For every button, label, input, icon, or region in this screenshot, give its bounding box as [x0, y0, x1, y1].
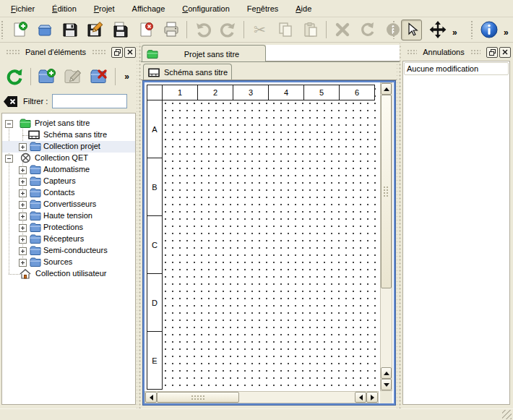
column-header-row: 1 2 3 4 5 6	[147, 85, 375, 100]
expander-minus-icon[interactable]	[5, 120, 13, 128]
new-category-button[interactable]	[36, 66, 58, 87]
menu-edition[interactable]: Édition	[48, 2, 80, 15]
left-splitter-handle[interactable]	[137, 43, 141, 408]
toolbar-separator	[326, 21, 327, 38]
expander-plus-icon[interactable]	[19, 143, 27, 151]
resize-grip[interactable]	[502, 410, 512, 419]
folder-plus-icon	[38, 67, 56, 86]
row-header-column: A B C D E	[147, 100, 163, 390]
reload-collections-button[interactable]	[4, 66, 25, 87]
save-as-button[interactable]	[85, 20, 105, 40]
right-splitter-handle[interactable]	[397, 43, 401, 408]
scroll-up-button[interactable]	[381, 83, 392, 95]
scroll-right-button[interactable]	[366, 392, 378, 403]
menu-fichier[interactable]: Fichier	[7, 2, 38, 15]
diagram-canvas[interactable]: 1 2 3 4 5 6 A B C D E	[145, 82, 394, 403]
tree-item-collection-utilisateur[interactable]: Collection utilisateur	[2, 268, 135, 280]
tabbar-baseline	[141, 61, 400, 62]
close-panel-button[interactable]	[499, 47, 511, 58]
tree-item-collection-qet[interactable]: Collection QET	[2, 153, 135, 164]
edit-category-button[interactable]	[62, 66, 84, 87]
open-folder-icon	[36, 21, 53, 38]
menu-configuration[interactable]: Configuration	[178, 2, 233, 15]
cut-button[interactable]: ✂	[250, 20, 270, 40]
tree-item-semi-conducteurs[interactable]: Semi-conducteurs	[2, 245, 135, 257]
expander-plus-icon[interactable]	[19, 224, 27, 232]
move-tool-button[interactable]	[428, 20, 447, 40]
close-document-icon	[137, 21, 155, 38]
paste-button[interactable]	[301, 20, 320, 40]
expander-plus-icon[interactable]	[19, 166, 27, 174]
panel-overflow-chevron[interactable]: »	[122, 72, 132, 82]
information-button[interactable]	[479, 20, 499, 40]
expander-minus-icon[interactable]	[5, 155, 13, 163]
copy-button[interactable]	[275, 20, 295, 40]
expander-plus-icon[interactable]	[19, 236, 27, 244]
tree-item-capteurs[interactable]: Capteurs	[2, 176, 135, 187]
clear-filter-button[interactable]	[3, 95, 19, 108]
toolbar-drag-handle[interactable]	[470, 20, 474, 39]
diagram-tab[interactable]: Schéma sans titre	[143, 64, 232, 80]
expander-plus-icon[interactable]	[19, 259, 27, 267]
save-all-icon	[112, 21, 129, 38]
menu-fenetres[interactable]: Fenêtres	[243, 2, 282, 15]
filter-input[interactable]	[52, 94, 127, 108]
undo-button[interactable]	[193, 20, 212, 40]
close-panel-button[interactable]	[124, 47, 136, 58]
toolbar-overflow-chevron[interactable]: »	[501, 27, 511, 38]
left-arrow-icon	[359, 395, 363, 400]
scroll-down-button[interactable]	[381, 379, 392, 390]
redo-button[interactable]	[218, 20, 238, 40]
toolbar-overflow-chevron[interactable]: »	[450, 27, 460, 38]
scroll-up-button-2[interactable]	[381, 367, 392, 379]
tree-item-haute-tension[interactable]: Haute tension	[2, 210, 135, 222]
close-document-button[interactable]	[136, 20, 155, 40]
expander-plus-icon[interactable]	[19, 178, 27, 186]
vertical-scrollbar[interactable]	[380, 82, 392, 391]
save-button[interactable]	[60, 20, 79, 40]
column-header-cell: 6	[339, 85, 375, 100]
tree-item-collection-projet[interactable]: Collection projet	[2, 141, 135, 153]
filter-row: Filtrer :	[3, 93, 136, 109]
tree-item-recepteurs[interactable]: Récepteurs	[2, 233, 135, 245]
new-document-button[interactable]	[9, 20, 29, 40]
tree-item-diagram[interactable]: Schéma sans titre	[2, 129, 135, 141]
menu-aide[interactable]: Aide	[292, 2, 315, 15]
toolbar-drag-handle[interactable]	[392, 20, 396, 39]
horizontal-scrollbar[interactable]	[145, 391, 379, 403]
delete-button[interactable]	[332, 20, 352, 40]
tree-item-sources[interactable]: Sources	[2, 257, 135, 268]
tree-item-convertisseurs[interactable]: Convertisseurs	[2, 199, 135, 210]
rotate-button[interactable]	[358, 20, 377, 40]
save-icon	[62, 22, 78, 38]
tree-item-contacts[interactable]: Contacts	[2, 187, 135, 199]
expander-plus-icon[interactable]	[19, 247, 27, 255]
undo-panel-titlebar[interactable]: Annulations	[402, 45, 511, 59]
menu-affichage[interactable]: Affichage	[129, 2, 169, 15]
toolbar-separator	[186, 21, 187, 38]
menu-bar: Fichier Édition Projet Affichage Configu…	[0, 0, 513, 17]
menu-projet[interactable]: Projet	[90, 2, 118, 15]
scroll-left-button-2[interactable]	[355, 392, 366, 403]
elements-panel-titlebar[interactable]: Panel d'éléments	[1, 45, 136, 59]
tree-item-automatisme[interactable]: Automatisme	[2, 164, 135, 176]
expander-plus-icon[interactable]	[19, 213, 27, 220]
open-document-button[interactable]	[35, 20, 54, 40]
delete-category-button[interactable]	[88, 66, 110, 87]
selection-tool-button[interactable]	[401, 20, 422, 40]
print-button[interactable]	[161, 20, 181, 40]
project-tab[interactable]: Projet sans titre	[142, 45, 266, 62]
expander-plus-icon[interactable]	[19, 189, 27, 197]
expander-plus-icon[interactable]	[19, 201, 27, 209]
elements-tree: Projet sans titre Schéma sans titre Coll…	[1, 113, 136, 405]
horizontal-scrollbar-thumb[interactable]	[157, 392, 239, 403]
tree-item-project[interactable]: Projet sans titre	[2, 118, 135, 129]
undo-list-item[interactable]: Aucune modification	[404, 62, 509, 75]
float-panel-button[interactable]	[111, 47, 123, 58]
vertical-scrollbar-thumb[interactable]	[381, 95, 392, 288]
scroll-left-button[interactable]	[145, 392, 157, 403]
float-panel-button[interactable]	[486, 47, 498, 58]
tree-item-protections[interactable]: Protections	[2, 222, 135, 233]
toolbar-drag-handle[interactable]	[1, 20, 4, 39]
save-all-button[interactable]	[111, 20, 130, 40]
